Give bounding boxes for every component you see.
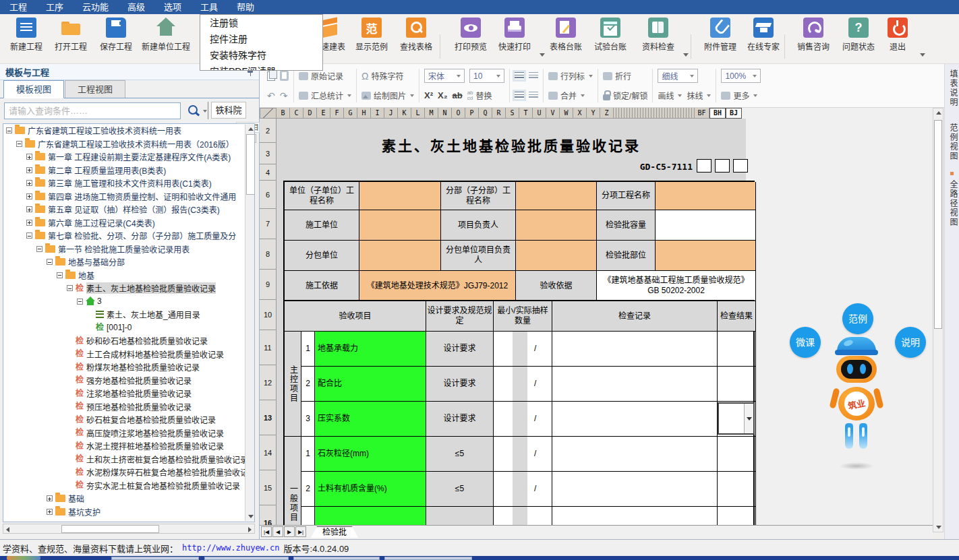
- expand-icon[interactable]: [26, 220, 32, 226]
- tree-item[interactable]: 广东省建筑工程竣工验收技术资料统一用表（2016版）: [3, 137, 254, 151]
- special-char-button[interactable]: Ω特殊字符: [361, 70, 403, 82]
- expand-icon[interactable]: [47, 495, 53, 501]
- row-header[interactable]: 10: [260, 300, 277, 330]
- column-header[interactable]: I: [371, 108, 384, 119]
- tree-item[interactable]: 检夯实水泥土桩复合地基检验批质量验收记录: [3, 479, 254, 493]
- combo-dropdown-icon[interactable]: [744, 404, 753, 433]
- search-input[interactable]: 请输入查询条件……: [4, 102, 181, 119]
- row-header[interactable]: 4: [260, 164, 277, 181]
- tree-item[interactable]: 检土和灰土挤密桩复合地基检验批质量验收记录: [3, 453, 254, 466]
- exit-dropdown[interactable]: [920, 53, 925, 57]
- paste-icon[interactable]: [280, 71, 289, 81]
- quick-print-button[interactable]: 快速打印: [491, 18, 538, 61]
- search-dropdown-icon[interactable]: [203, 110, 207, 113]
- column-header[interactable]: Q: [479, 108, 492, 119]
- input-cell[interactable]: [359, 182, 441, 210]
- expand-icon[interactable]: [26, 167, 32, 173]
- menu-item[interactable]: 工序: [36, 0, 73, 14]
- lock-unlock-button[interactable]: 锁定/解锁: [603, 90, 647, 101]
- scrollbar-thumb[interactable]: [61, 525, 159, 533]
- sample-cell[interactable]: /: [494, 332, 552, 367]
- original-record-button[interactable]: 原始记录: [299, 70, 343, 82]
- menu-item[interactable]: 工程: [0, 0, 36, 14]
- input-cell[interactable]: [359, 210, 441, 241]
- tree-item[interactable]: 素土、灰土地基_通用目录: [3, 308, 254, 321]
- column-header[interactable]: Z: [600, 108, 614, 119]
- row-header[interactable]: 15: [260, 470, 277, 505]
- menu-item[interactable]: 帮助: [227, 0, 264, 14]
- collapse-icon[interactable]: [26, 232, 32, 239]
- column-header[interactable]: M: [425, 108, 438, 119]
- tab-template-view[interactable]: 模板视图: [3, 80, 64, 98]
- column-header[interactable]: O: [452, 108, 465, 119]
- column-header[interactable]: N: [438, 108, 452, 119]
- item-cell[interactable]: 配合比: [315, 367, 426, 402]
- item-cell[interactable]: 土料有机质含量(%): [315, 472, 426, 507]
- tree-item[interactable]: 检水泥粉煤灰碎石桩复合地基检验批质量验收记录: [3, 466, 254, 479]
- record-cell[interactable]: [552, 367, 718, 402]
- show-example-button[interactable]: 范显示范例: [348, 18, 395, 61]
- column-header[interactable]: G: [344, 108, 357, 119]
- row-header[interactable]: 6: [260, 181, 277, 209]
- row-header[interactable]: 13: [260, 400, 277, 435]
- tree-item[interactable]: 广东省建筑工程竣工验收技术资料统一用表: [3, 124, 254, 137]
- tree-item[interactable]: 基础: [3, 492, 254, 505]
- menu-item[interactable]: 云功能: [73, 0, 118, 14]
- new-unit-project-button[interactable]: 新建单位工程: [140, 18, 192, 61]
- scrollbar-thumb[interactable]: [246, 134, 255, 195]
- tools-menu-item[interactable]: 安装PDF阅读器: [200, 63, 322, 71]
- find-table-button[interactable]: 查找表格: [393, 18, 440, 61]
- menu-item[interactable]: 工具: [191, 0, 227, 14]
- tree-item[interactable]: 第六章 施工过程记录(C4类表): [3, 216, 254, 230]
- collapse-icon[interactable]: [16, 141, 22, 147]
- next-sheet-button[interactable]: ▶: [284, 526, 295, 537]
- tree-item-selected[interactable]: 检素土、灰土地基检验批质量验收记录: [3, 282, 254, 295]
- taskbar-icon[interactable]: [7, 556, 40, 560]
- collapse-icon[interactable]: [6, 127, 12, 133]
- input-cell[interactable]: [656, 182, 756, 210]
- result-cell[interactable]: [718, 472, 756, 507]
- column-header[interactable]: J: [384, 108, 398, 119]
- font-name-select[interactable]: 宋体: [424, 69, 465, 83]
- font-size-select[interactable]: 10: [469, 69, 504, 83]
- column-header[interactable]: R: [492, 108, 506, 119]
- sheet-vertical-scrollbar[interactable]: [933, 108, 943, 532]
- item-cell[interactable]: 压实系数: [315, 402, 426, 437]
- expand-icon[interactable]: [26, 193, 32, 199]
- search-icon[interactable]: [187, 104, 200, 117]
- sample-cell[interactable]: /: [494, 402, 552, 437]
- input-cell[interactable]: [359, 241, 441, 271]
- sample-cell[interactable]: /: [494, 472, 552, 507]
- example-button[interactable]: 范例: [842, 303, 873, 334]
- menu-item[interactable]: 高级: [118, 0, 154, 14]
- scroll-down-icon[interactable]: [936, 526, 941, 529]
- data-check-dropdown[interactable]: [683, 53, 689, 57]
- collapse-icon[interactable]: [77, 299, 83, 305]
- summary-stats-button[interactable]: 汇总统计: [299, 90, 351, 101]
- tools-menu-item[interactable]: 安装特殊字符: [200, 47, 322, 63]
- result-cell[interactable]: [718, 332, 756, 367]
- attachment-manage-button[interactable]: 附件管理: [697, 18, 744, 61]
- scroll-up-icon[interactable]: [248, 127, 254, 131]
- column-header[interactable]: X: [573, 108, 587, 119]
- column-header[interactable]: L: [411, 108, 425, 119]
- record-cell[interactable]: [552, 402, 718, 437]
- tree-item[interactable]: 检预压地基检验批质量验收记录: [3, 400, 254, 414]
- row-col-mark-button[interactable]: 行列标: [548, 70, 593, 82]
- line-style-select[interactable]: 细线: [658, 69, 698, 83]
- zhuyew-link[interactable]: http://www.zhuyew.cn: [182, 543, 280, 553]
- basis-value-cell[interactable]: 《建筑地基基础工程施工质量验收规范》GB 50202-2002: [597, 271, 756, 301]
- column-header[interactable]: Y: [587, 108, 600, 119]
- table-ledger-button[interactable]: 表格台账: [542, 18, 589, 61]
- column-header[interactable]: V: [546, 108, 560, 119]
- result-cell[interactable]: [718, 367, 756, 402]
- column-header[interactable]: B: [277, 108, 290, 119]
- tree-item[interactable]: 检高压旋喷注浆地基检验批质量验收记录: [3, 427, 254, 440]
- tree-item[interactable]: 检土工合成材料地基检验批质量验收记录: [3, 348, 254, 361]
- tree-item[interactable]: 检砂和砂石地基检验批质量验收记录: [3, 334, 254, 348]
- column-header[interactable]: D: [303, 108, 317, 119]
- sheet-tab[interactable]: 检验批: [311, 526, 358, 538]
- code-box[interactable]: [715, 159, 730, 173]
- tree-vertical-scrollbar[interactable]: [245, 125, 255, 521]
- tree-item[interactable]: 检注浆地基检验批质量验收记录: [3, 387, 254, 400]
